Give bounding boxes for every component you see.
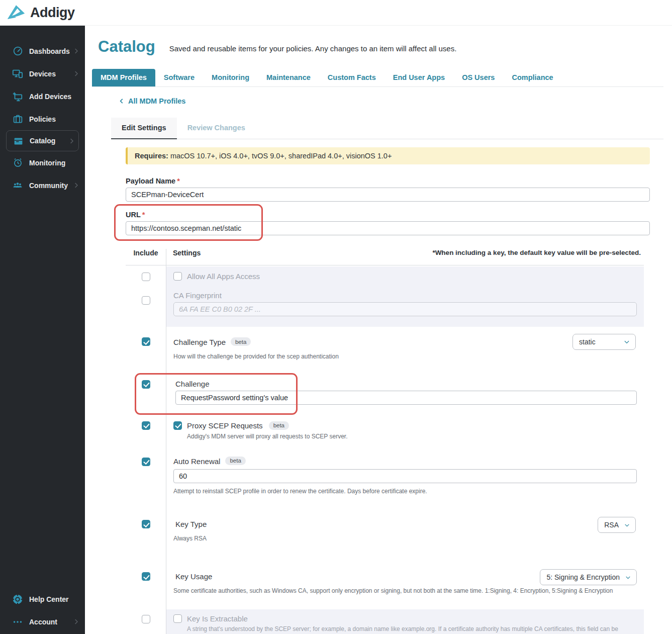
- key-extractable-row: Key Is Extractable: [173, 614, 630, 623]
- tab-mdm-profiles[interactable]: MDM Profiles: [92, 69, 155, 86]
- include-checkbox-challenge[interactable]: [142, 380, 150, 389]
- tab-end-user-apps[interactable]: End User Apps: [385, 69, 453, 86]
- sidebar-item-add-devices[interactable]: Add Devices: [0, 85, 85, 108]
- key-type-label: Key Type: [175, 520, 637, 528]
- include-cell: [126, 266, 166, 327]
- ellipsis-icon: [12, 616, 23, 627]
- sidebar-item-label: Monitoring: [29, 159, 65, 167]
- catalog-tabs: MDM Profiles Software Monitoring Mainten…: [92, 69, 663, 87]
- sidebar-item-policies[interactable]: Policies: [0, 108, 85, 130]
- key-type-select[interactable]: RSA: [598, 517, 636, 533]
- row-challenge-type: Challenge Typebeta How will the challeng…: [126, 333, 644, 369]
- challenge-type-selected-value: static: [579, 338, 596, 346]
- tab-maintenance[interactable]: Maintenance: [258, 69, 319, 86]
- include-cell: [126, 567, 166, 602]
- required-asterisk: *: [142, 211, 145, 219]
- main-content: Catalog Saved and reusable items for you…: [85, 25, 672, 634]
- box-icon: [13, 135, 24, 146]
- url-label: URL*: [126, 211, 650, 219]
- people-icon: [12, 180, 23, 191]
- sidebar-item-community[interactable]: Community: [0, 174, 85, 197]
- lifebuoy-icon: [12, 594, 23, 605]
- include-cell: [126, 333, 166, 369]
- page-header: Catalog Saved and reusable items for you…: [85, 25, 672, 55]
- settings-column-header: Settings: [173, 249, 201, 257]
- include-checkbox-key-extractable[interactable]: [142, 615, 150, 623]
- include-checkbox-challenge-type[interactable]: [142, 337, 150, 346]
- include-checkbox-key-usage[interactable]: [142, 572, 150, 581]
- tab-compliance[interactable]: Compliance: [503, 69, 561, 86]
- devices-icon: [12, 68, 23, 79]
- include-checkbox-key-type[interactable]: [142, 520, 150, 528]
- addigy-logo[interactable]: Addigy: [6, 4, 75, 22]
- back-to-all-mdm-profiles-link[interactable]: All MDM Profiles: [118, 97, 185, 105]
- add-device-icon: [12, 91, 23, 102]
- subtab-edit-settings[interactable]: Edit Settings: [111, 118, 177, 139]
- auto-renewal-input[interactable]: [173, 469, 637, 483]
- sidebar: Dashboards Devices Add Devices: [0, 25, 85, 634]
- ca-fingerprint-label: CA Fingerprint: [173, 291, 637, 300]
- proxy-scep-checkbox[interactable]: [173, 421, 182, 430]
- key-usage-selected-value: 5: Signing & Encryption: [546, 573, 620, 581]
- default-key-note: *When including a key, the default key v…: [432, 249, 644, 256]
- auto-renewal-label-row: Auto Renewalbeta: [173, 457, 637, 466]
- row-challenge: Challenge: [126, 374, 644, 412]
- include-checkbox-ca-fingerprint[interactable]: [142, 296, 150, 305]
- challenge-input[interactable]: [175, 391, 637, 405]
- sidebar-item-account[interactable]: Account: [0, 610, 85, 633]
- include-checkbox-proxy-scep[interactable]: [142, 421, 150, 430]
- row-key-extractable: Key Is Extractable A string that's under…: [126, 609, 644, 634]
- allow-all-apps-checkbox[interactable]: [173, 272, 182, 281]
- ca-fingerprint-input[interactable]: [173, 302, 637, 316]
- top-bar: Addigy: [0, 0, 672, 26]
- challenge-type-label: Challenge Type: [173, 338, 226, 346]
- include-column-header: Include: [126, 249, 166, 257]
- sidebar-item-label: Community: [29, 182, 68, 190]
- tab-monitoring[interactable]: Monitoring: [203, 69, 258, 86]
- row-key-usage: Key Usage Some certificate authorities, …: [126, 567, 644, 602]
- alarm-clock-icon: [12, 157, 23, 168]
- chevron-right-icon: [72, 70, 80, 77]
- sidebar-nav: Dashboards Devices Add Devices: [0, 40, 85, 197]
- subtab-review-changes[interactable]: Review Changes: [177, 118, 256, 139]
- sidebar-item-devices[interactable]: Devices: [0, 62, 85, 85]
- profile-subtabs: Edit Settings Review Changes: [111, 118, 663, 139]
- include-cell: [126, 451, 166, 503]
- row-proxy-scep: Proxy SCEP Requestsbeta Addigy's MDM ser…: [126, 417, 644, 447]
- include-cell: [126, 609, 166, 634]
- sidebar-item-label: Devices: [29, 70, 56, 78]
- auto-renewal-help: Attempt to reinstall SCEP profile in ord…: [173, 487, 637, 496]
- payload-name-input[interactable]: [126, 188, 650, 202]
- tab-software[interactable]: Software: [155, 69, 203, 86]
- settings-cell: Key Type Always RSA RSA: [166, 515, 644, 550]
- sidebar-item-help-center[interactable]: Help Center: [0, 588, 85, 610]
- chevron-left-icon: [118, 98, 125, 105]
- tab-custom-facts[interactable]: Custom Facts: [319, 69, 385, 86]
- include-checkbox-allow-all-apps[interactable]: [142, 273, 150, 281]
- row-group-disabled-top: Allow All Apps Access CA Fingerprint: [126, 266, 644, 327]
- sidebar-item-label: Add Devices: [29, 93, 71, 101]
- url-input[interactable]: [126, 221, 650, 235]
- requires-banner-text: macOS 10.7+, iOS 4.0+, tvOS 9.0+, shared…: [168, 152, 392, 160]
- challenge-type-select[interactable]: static: [572, 334, 636, 350]
- gauge-icon: [12, 46, 23, 57]
- include-cell: [126, 374, 166, 412]
- requires-banner: Requires: macOS 10.7+, iOS 4.0+, tvOS 9.…: [126, 147, 650, 164]
- sidebar-item-catalog[interactable]: Catalog: [6, 130, 79, 151]
- settings-cell: Challenge: [166, 374, 644, 412]
- brand-name: Addigy: [30, 5, 75, 21]
- settings-cell: Challenge Typebeta How will the challeng…: [166, 333, 644, 369]
- auto-renewal-label: Auto Renewal: [173, 457, 220, 465]
- sidebar-item-dashboards[interactable]: Dashboards: [0, 40, 85, 62]
- key-extractable-checkbox[interactable]: [173, 614, 182, 623]
- settings-cell: Key Is Extractable A string that's under…: [166, 609, 644, 634]
- proxy-scep-row: Proxy SCEP Requestsbeta: [173, 421, 637, 430]
- key-type-selected-value: RSA: [604, 521, 619, 529]
- sidebar-item-monitoring[interactable]: Monitoring: [0, 151, 85, 174]
- chevron-down-icon: [624, 522, 630, 528]
- include-cell: [126, 417, 166, 447]
- include-checkbox-auto-renewal[interactable]: [142, 458, 150, 466]
- key-usage-select[interactable]: 5: Signing & Encryption: [540, 569, 637, 585]
- row-key-type: Key Type Always RSA RSA: [126, 515, 644, 550]
- tab-os-users[interactable]: OS Users: [453, 69, 503, 86]
